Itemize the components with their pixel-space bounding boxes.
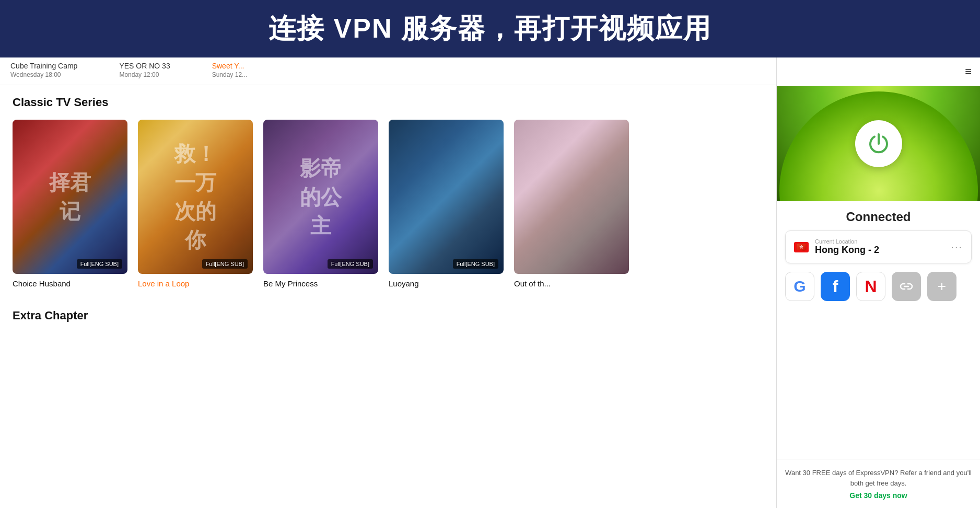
card-title-out-of: Out of th... — [514, 279, 629, 288]
netflix-letter: N — [865, 277, 877, 296]
card-badge-choice-husband: Full[ENG SUB] — [77, 259, 122, 269]
promo-text: Want 30 FREE days of ExpressVPN? Refer a… — [785, 468, 972, 488]
card-title-luoyang: Luoyang — [389, 279, 504, 288]
card-image-choice-husband: 择君记 Full[ENG SUB] — [13, 120, 127, 274]
facebook-shortcut[interactable]: f — [821, 272, 850, 301]
promo-link[interactable]: Get 30 days now — [785, 491, 972, 500]
card-image-luoyang: Full[ENG SUB] — [389, 120, 504, 274]
location-text-group: Current Location Hong Kong - 2 — [815, 238, 879, 256]
vpn-panel: ≡ Connected 🇭🇰 Current Location Hong Kon… — [776, 57, 980, 508]
card-out-of[interactable]: Out of th... — [514, 120, 629, 288]
hamburger-menu-icon[interactable]: ≡ — [965, 65, 972, 78]
schedule-time-3: Sunday 12... — [212, 71, 247, 78]
banner-text: 连接 VPN 服务器，再打开视频应用 — [269, 10, 711, 47]
promo-section: Want 30 FREE days of ExpressVPN? Refer a… — [777, 459, 980, 508]
location-card[interactable]: 🇭🇰 Current Location Hong Kong - 2 ··· — [785, 230, 972, 263]
vpn-circle-background — [777, 86, 980, 201]
schedule-title-1: Cube Training Camp — [10, 62, 77, 70]
location-left: 🇭🇰 Current Location Hong Kong - 2 — [794, 238, 879, 256]
hk-flag-icon: 🇭🇰 — [794, 242, 809, 252]
location-name: Hong Kong - 2 — [815, 245, 879, 256]
main-content: Cube Training Camp Wednesday 18:00 YES O… — [0, 57, 980, 508]
card-image-love-in-loop: 救！一万次的你 Full[ENG SUB] — [138, 120, 253, 274]
card-title-be-my-princess: Be My Princess — [263, 279, 378, 288]
schedule-item-1: Cube Training Camp Wednesday 18:00 — [10, 62, 77, 78]
vpn-status-label: Connected — [777, 201, 980, 230]
vpn-power-button[interactable] — [855, 120, 902, 167]
card-title-love-in-loop: Love in a Loop — [138, 279, 253, 288]
cards-grid: 择君记 Full[ENG SUB] Choice Husband 救！一万次的你… — [13, 120, 764, 288]
location-more-options[interactable]: ··· — [951, 241, 963, 253]
schedule-bar: Cube Training Camp Wednesday 18:00 YES O… — [0, 57, 776, 85]
card-badge-be-my-princess: Full[ENG SUB] — [328, 259, 373, 269]
netflix-shortcut[interactable]: N — [856, 272, 885, 301]
streaming-content: Cube Training Camp Wednesday 18:00 YES O… — [0, 57, 776, 508]
current-location-label: Current Location — [815, 238, 879, 245]
schedule-title-3: Sweet Y... — [212, 62, 247, 70]
power-icon — [866, 131, 891, 156]
schedule-item-2: YES OR NO 33 Monday 12:00 — [119, 62, 170, 78]
classic-section-title: Classic TV Series — [13, 96, 764, 109]
schedule-title-2: YES OR NO 33 — [119, 62, 170, 70]
app-shortcuts: G f N + — [785, 272, 972, 301]
add-icon: + — [938, 278, 946, 295]
card-image-out-of — [514, 120, 629, 274]
facebook-letter: f — [833, 277, 838, 296]
top-banner: 连接 VPN 服务器，再打开视频应用 — [0, 0, 980, 57]
card-image-be-my-princess: 影帝的公主 Full[ENG SUB] — [263, 120, 378, 274]
google-letter: G — [794, 278, 806, 295]
card-be-my-princess[interactable]: 影帝的公主 Full[ENG SUB] Be My Princess — [263, 120, 378, 288]
card-luoyang[interactable]: Full[ENG SUB] Luoyang — [389, 120, 504, 288]
card-title-choice-husband: Choice Husband — [13, 279, 127, 288]
card-badge-love-in-loop: Full[ENG SUB] — [202, 259, 248, 269]
classic-tv-section: Classic TV Series 择君记 Full[ENG SUB] Choi… — [0, 85, 776, 298]
card-love-in-loop[interactable]: 救！一万次的你 Full[ENG SUB] Love in a Loop — [138, 120, 253, 288]
extra-chapter-section: Extra Chapter — [0, 298, 776, 343]
link-icon — [900, 280, 913, 293]
vpn-header: ≡ — [777, 57, 980, 86]
card-choice-husband[interactable]: 择君记 Full[ENG SUB] Choice Husband — [13, 120, 127, 288]
schedule-time-2: Monday 12:00 — [119, 71, 170, 78]
schedule-item-3: Sweet Y... Sunday 12... — [212, 62, 247, 78]
extra-section-title: Extra Chapter — [13, 309, 764, 322]
card-badge-luoyang: Full[ENG SUB] — [453, 259, 498, 269]
link-shortcut[interactable] — [892, 272, 921, 301]
google-shortcut[interactable]: G — [785, 272, 814, 301]
schedule-time-1: Wednesday 18:00 — [10, 71, 77, 78]
add-shortcut[interactable]: + — [927, 272, 956, 301]
